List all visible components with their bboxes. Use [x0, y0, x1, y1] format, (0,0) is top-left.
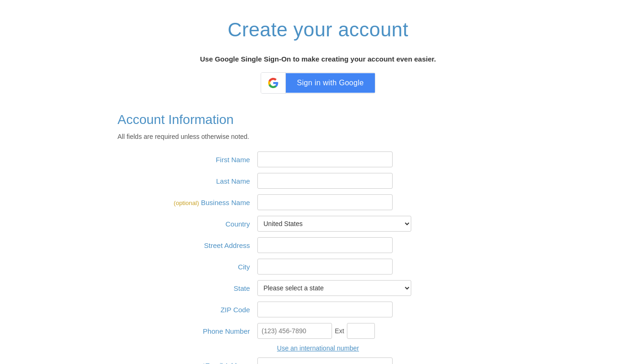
page-title: Create your account — [118, 19, 518, 41]
phone-input[interactable] — [257, 323, 332, 339]
last-name-row: Last Name — [118, 173, 518, 189]
sso-description: Use Google Single Sign-On to make creati… — [118, 55, 518, 63]
ext-label: Ext — [335, 327, 344, 335]
country-row: Country United States Canada United King… — [118, 216, 518, 232]
state-select[interactable]: Please select a state Alabama Alaska Ari… — [257, 280, 411, 296]
city-row: City — [118, 259, 518, 275]
email-label: *Email Address — [118, 362, 257, 364]
phone-number-row: Phone Number Ext — [118, 323, 518, 339]
business-name-input[interactable] — [257, 194, 393, 210]
intl-link-row: Use an international number — [118, 344, 518, 352]
zip-code-input[interactable] — [257, 302, 393, 317]
last-name-input[interactable] — [257, 173, 393, 189]
business-name-label-text: Business Name — [201, 199, 250, 206]
google-sign-in-button[interactable]: Sign in with Google — [261, 72, 376, 94]
account-info-title: Account Information — [118, 112, 518, 127]
account-info-section: Account Information All fields are requi… — [118, 112, 518, 364]
business-name-label: (optional) Business Name — [118, 199, 257, 206]
country-select[interactable]: United States Canada United Kingdom Aust… — [257, 216, 411, 232]
first-name-label: First Name — [118, 156, 257, 164]
optional-tag: (optional) — [174, 199, 199, 206]
state-row: State Please select a state Alabama Alas… — [118, 280, 518, 296]
first-name-row: First Name — [118, 151, 518, 167]
business-name-row: (optional) Business Name — [118, 194, 518, 210]
state-label: State — [118, 284, 257, 292]
ext-input[interactable] — [347, 323, 375, 339]
intl-number-link[interactable]: Use an international number — [277, 344, 359, 352]
email-input[interactable] — [257, 357, 393, 364]
required-note: All fields are required unless otherwise… — [118, 133, 518, 140]
street-address-label: Street Address — [118, 241, 257, 249]
city-label: City — [118, 263, 257, 271]
google-g-icon — [268, 77, 279, 89]
zip-code-row: ZIP Code — [118, 302, 518, 317]
street-address-row: Street Address — [118, 237, 518, 253]
zip-code-label: ZIP Code — [118, 306, 257, 314]
city-input[interactable] — [257, 259, 393, 275]
phone-fields-group: Ext — [257, 323, 375, 339]
email-row: *Email Address — [118, 357, 518, 364]
sso-section: Use Google Single Sign-On to make creati… — [118, 55, 518, 94]
page-container: Create your account Use Google Single Si… — [108, 0, 528, 364]
phone-number-label: Phone Number — [118, 327, 257, 335]
google-icon-wrapper — [261, 73, 286, 93]
first-name-input[interactable] — [257, 151, 393, 167]
google-sign-in-label: Sign in with Google — [286, 73, 375, 93]
street-address-input[interactable] — [257, 237, 393, 253]
last-name-label: Last Name — [118, 177, 257, 185]
country-label: Country — [118, 220, 257, 228]
